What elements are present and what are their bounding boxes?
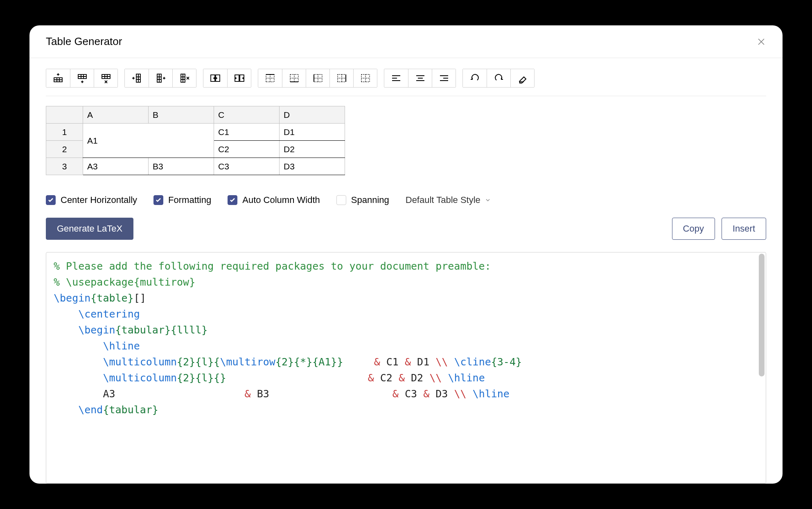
border-bottom-button[interactable] bbox=[282, 69, 306, 87]
row-header-3[interactable]: 3 bbox=[46, 158, 83, 175]
clear-button[interactable] bbox=[510, 69, 534, 87]
formatting-label: Formatting bbox=[168, 195, 211, 205]
cell-c3[interactable]: C3 bbox=[214, 158, 280, 175]
latex-output[interactable]: % Please add the following required pack… bbox=[46, 252, 766, 484]
center-horizontally-checkbox[interactable]: Center Horizontally bbox=[46, 195, 137, 205]
generate-latex-button[interactable]: Generate LaTeX bbox=[46, 218, 133, 240]
grid-corner[interactable] bbox=[46, 106, 83, 124]
undo-button[interactable] bbox=[463, 69, 487, 87]
col-header-d[interactable]: D bbox=[280, 106, 345, 124]
toolbar-group-borders bbox=[258, 69, 377, 88]
table-style-value: Default Table Style bbox=[406, 195, 480, 205]
insert-col-right-button[interactable] bbox=[149, 69, 172, 87]
border-top-button[interactable] bbox=[258, 69, 282, 87]
align-center-button[interactable] bbox=[408, 69, 432, 87]
row-header-1[interactable]: 1 bbox=[46, 124, 83, 141]
table-style-select[interactable]: Default Table Style bbox=[406, 195, 491, 205]
spanning-checkbox[interactable]: Spanning bbox=[336, 195, 389, 205]
dialog-title: Table Generator bbox=[46, 35, 122, 48]
auto-column-width-label: Auto Column Width bbox=[242, 195, 320, 205]
center-horizontally-label: Center Horizontally bbox=[61, 195, 137, 205]
dialog-header: Table Generator bbox=[29, 25, 783, 58]
insert-row-below-button[interactable] bbox=[70, 69, 94, 87]
delete-row-button[interactable] bbox=[94, 69, 117, 87]
col-header-c[interactable]: C bbox=[214, 106, 280, 124]
insert-button[interactable]: Insert bbox=[722, 218, 766, 240]
cell-c1[interactable]: C1 bbox=[214, 124, 280, 141]
actions-row: Generate LaTeX Copy Insert bbox=[46, 218, 766, 240]
cell-c2[interactable]: C2 bbox=[214, 141, 280, 158]
align-right-button[interactable] bbox=[432, 69, 456, 87]
cell-d1[interactable]: D1 bbox=[280, 124, 345, 141]
code-scrollbar[interactable] bbox=[759, 254, 765, 482]
copy-button[interactable]: Copy bbox=[672, 218, 715, 240]
toolbar-group-rows bbox=[46, 69, 118, 88]
col-header-a[interactable]: A bbox=[83, 106, 149, 124]
border-left-button[interactable] bbox=[306, 69, 329, 87]
cell-d3[interactable]: D3 bbox=[280, 158, 345, 175]
code-scroll-thumb[interactable] bbox=[759, 254, 765, 376]
toolbar bbox=[46, 69, 766, 96]
close-icon[interactable] bbox=[756, 37, 766, 47]
cell-b3[interactable]: B3 bbox=[149, 158, 214, 175]
toolbar-group-align bbox=[384, 69, 456, 88]
insert-row-above-button[interactable] bbox=[46, 69, 70, 87]
options-row: Center Horizontally Formatting Auto Colu… bbox=[46, 195, 766, 205]
auto-column-width-checkbox[interactable]: Auto Column Width bbox=[228, 195, 320, 205]
insert-col-left-button[interactable] bbox=[125, 69, 149, 87]
spreadsheet-grid[interactable]: A B C D 1 A1 C1 D1 2 C2 D2 3 bbox=[46, 106, 766, 175]
delete-col-button[interactable] bbox=[172, 69, 196, 87]
toolbar-group-history bbox=[462, 69, 535, 88]
cell-a1-merged[interactable]: A1 bbox=[83, 124, 214, 158]
spanning-label: Spanning bbox=[351, 195, 389, 205]
redo-button[interactable] bbox=[487, 69, 510, 87]
toolbar-group-cols bbox=[124, 69, 196, 88]
cell-a3[interactable]: A3 bbox=[83, 158, 149, 175]
row-header-2[interactable]: 2 bbox=[46, 141, 83, 158]
table-generator-dialog: Table Generator bbox=[29, 25, 783, 484]
cell-d2[interactable]: D2 bbox=[280, 141, 345, 158]
toolbar-group-merge bbox=[203, 69, 251, 88]
chevron-down-icon bbox=[485, 197, 491, 203]
formatting-checkbox[interactable]: Formatting bbox=[153, 195, 211, 205]
merge-cells-button[interactable] bbox=[203, 69, 227, 87]
split-cells-button[interactable] bbox=[227, 69, 251, 87]
col-header-b[interactable]: B bbox=[149, 106, 214, 124]
border-all-button[interactable] bbox=[353, 69, 377, 87]
dialog-body: A B C D 1 A1 C1 D1 2 C2 D2 3 bbox=[29, 58, 783, 484]
border-right-button[interactable] bbox=[329, 69, 353, 87]
align-left-button[interactable] bbox=[384, 69, 408, 87]
latex-code[interactable]: % Please add the following required pack… bbox=[46, 252, 766, 423]
